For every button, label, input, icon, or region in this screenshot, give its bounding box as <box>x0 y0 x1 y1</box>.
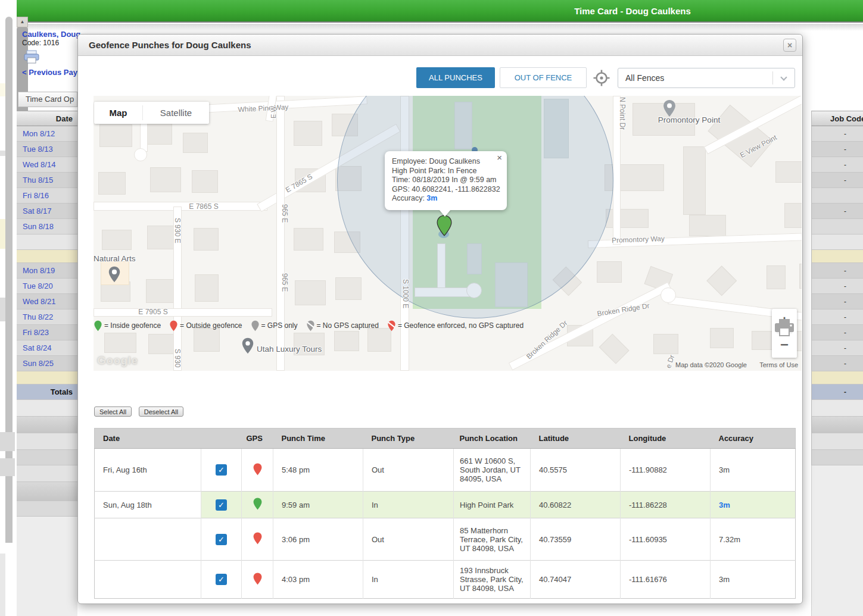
jobcode-cell: - <box>811 294 863 309</box>
printer-icon[interactable] <box>24 50 39 67</box>
jobcode-cell: - <box>811 309 863 325</box>
cell-accuracy: 3m <box>711 449 796 492</box>
cell-longitude: -111.61676 <box>621 561 711 599</box>
date-link-row[interactable]: Fri 8/23 <box>17 325 77 340</box>
employee-name-link[interactable]: Caulkens, Doug <box>22 30 80 39</box>
cell-checkbox: ✓ <box>201 518 242 561</box>
cell-date: Sun, Aug 18th <box>95 492 201 518</box>
date-link-row[interactable]: Sat 8/17 <box>17 204 77 219</box>
page-fragment <box>0 151 5 156</box>
tab-satellite[interactable]: Satellite <box>143 102 209 124</box>
jobcode-header: Job Code <box>811 111 863 126</box>
date-link-row[interactable]: Fri 8/16 <box>17 188 77 204</box>
info-window-close-icon[interactable]: × <box>497 152 502 162</box>
modal-titlebar[interactable]: Geofence Punches for Doug Caulkens × <box>78 35 802 56</box>
out-of-fence-button[interactable]: OUT OF FENCE <box>500 67 587 88</box>
map-building <box>775 161 802 183</box>
footer-panel <box>17 517 77 616</box>
scrollbar-up-arrow-icon[interactable]: ▲ <box>17 17 28 27</box>
natural-arts-poi-pin-icon[interactable] <box>108 266 120 285</box>
legend-label: = GPS only <box>261 321 298 330</box>
date-link-row[interactable]: Mon 8/12 <box>17 126 77 142</box>
map-building <box>335 277 362 300</box>
map-data-attribution: Map data ©2020 Google <box>675 361 747 368</box>
footer-row <box>811 450 863 465</box>
map-building <box>334 331 359 351</box>
select-all-button[interactable]: Select All <box>94 407 132 417</box>
cell-checkbox: ✓ <box>201 449 242 492</box>
footer-row <box>811 400 863 417</box>
fence-filter-select[interactable]: All Fences <box>618 68 795 88</box>
deselect-all-button[interactable]: Deselect All <box>139 407 183 417</box>
date-link-row[interactable]: Wed 8/21 <box>17 294 77 309</box>
date-link-row[interactable]: Sun 8/18 <box>17 219 77 234</box>
col-date: Date <box>95 429 201 449</box>
col-latitude: Latitude <box>531 429 621 449</box>
cell-checkbox: ✓ <box>201 492 242 518</box>
previous-pay-link[interactable]: < Previous Pay <box>22 68 77 77</box>
jobcode-totals: - <box>811 384 863 400</box>
map-legend: = Inside geofence = Outside geofence = G… <box>94 318 524 333</box>
row-checkbox[interactable]: ✓ <box>216 574 227 585</box>
terms-of-use-link[interactable]: Terms of Use <box>759 361 798 368</box>
cell-gps <box>242 492 273 518</box>
map-building <box>689 215 726 236</box>
fence-filter-value: All Fences <box>625 68 664 87</box>
tab-time-card-options[interactable]: Time Card Op <box>18 92 77 107</box>
street-label: N Point Dr <box>618 97 627 135</box>
print-icon[interactable] <box>774 318 795 340</box>
date-link-row[interactable]: Mon 8/19 <box>17 263 77 279</box>
col-gps: GPS <box>242 429 273 449</box>
date-link-row[interactable]: Sun 8/25 <box>17 356 77 371</box>
map-info-window: × Employee: Doug Caulkens High Point Par… <box>385 151 507 210</box>
map-building <box>150 167 181 192</box>
footer-row <box>811 417 863 433</box>
date-link-row[interactable]: Tue 8/20 <box>17 279 77 294</box>
employee-code: Code: 1016 <box>22 39 59 47</box>
spacer-row <box>17 250 77 263</box>
date-link-row[interactable]: Tue 8/13 <box>17 142 77 157</box>
close-icon[interactable]: × <box>783 39 796 52</box>
jobcode-cell: - <box>811 157 863 173</box>
table-header-row: Date GPS Punch Time Punch Type Punch Loc… <box>95 429 796 449</box>
map-marker-pin-icon[interactable] <box>437 215 452 239</box>
info-fence: High Point Park: In Fence <box>392 167 502 176</box>
date-link-row[interactable]: Sat 8/24 <box>17 340 77 356</box>
col-punch-location: Punch Location <box>454 429 531 449</box>
date-link-row[interactable]: Thu 8/15 <box>17 173 77 188</box>
date-link-row[interactable]: Wed 8/14 <box>17 157 77 173</box>
locate-crosshair-icon[interactable] <box>593 69 610 89</box>
legend-item: = GPS only <box>251 320 298 332</box>
table-row: ✓ 3:06 pm Out 85 Matterhorn Terrace, Par… <box>95 518 796 561</box>
cell-date <box>95 518 201 561</box>
map-building <box>606 209 649 228</box>
poi-label: Utah Luxury Tours <box>257 345 322 354</box>
footer-row <box>17 501 77 517</box>
cell-punch-time: 5:48 pm <box>273 449 363 492</box>
row-checkbox[interactable]: ✓ <box>216 464 227 476</box>
map-building <box>192 170 218 193</box>
inside-geofence-pin-icon <box>253 498 262 510</box>
jobcode-cell: - <box>811 279 863 294</box>
page-title: Time Card - Doug Caulkens <box>543 6 722 16</box>
tab-map[interactable]: Map <box>94 102 142 124</box>
modal-title: Geofence Punches for Doug Caulkens <box>89 35 251 56</box>
timecard-date-header: Date <box>17 111 77 126</box>
cell-punch-location: 661 W 10600 S, South Jordan, UT 84095, U… <box>454 449 531 492</box>
cell-accuracy: 3m <box>711 492 796 518</box>
row-checkbox[interactable]: ✓ <box>216 499 227 511</box>
footer-row <box>17 433 77 450</box>
cell-accuracy: 7.32m <box>711 518 796 561</box>
cell-latitude: 40.73559 <box>531 518 621 561</box>
date-link-row[interactable]: Thu 8/22 <box>17 309 77 325</box>
jobcode-cell <box>811 234 863 250</box>
spacer-row <box>17 371 77 384</box>
row-checkbox[interactable]: ✓ <box>216 534 227 545</box>
all-punches-button[interactable]: ALL PUNCHES <box>416 67 495 88</box>
cell-punch-type: In <box>363 561 454 599</box>
street-label: S 930 E <box>173 218 182 251</box>
map-building <box>683 146 706 215</box>
footer-row <box>17 450 77 465</box>
utah-luxury-tours-poi-pin-icon[interactable] <box>242 337 254 357</box>
footer-row <box>17 465 77 482</box>
